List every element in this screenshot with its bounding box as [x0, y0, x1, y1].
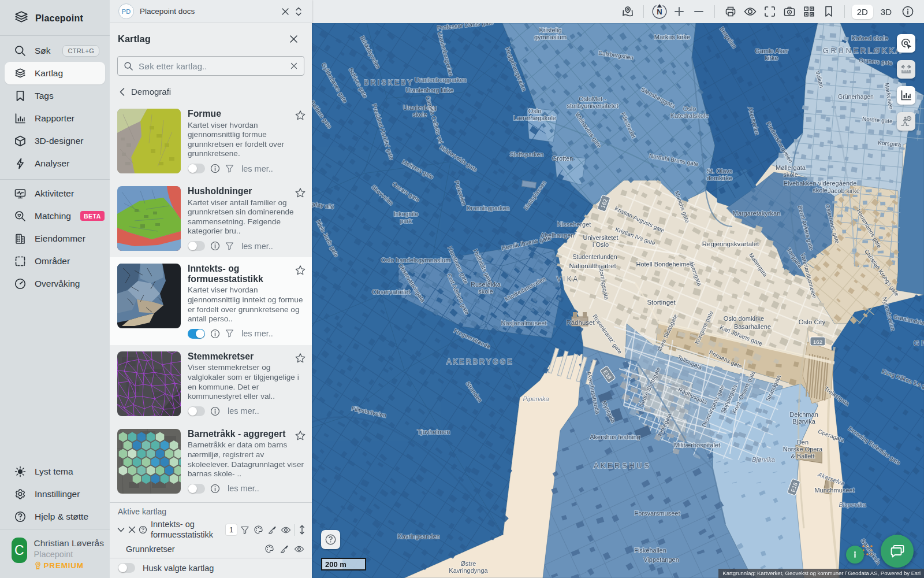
- sidebar-item-kartlag[interactable]: Kartlag: [5, 62, 105, 84]
- layer-filter-button[interactable]: [240, 525, 250, 535]
- mode-3d-button[interactable]: 3D: [875, 5, 897, 19]
- doc-expand-button[interactable]: [292, 4, 305, 19]
- remove-layer-button[interactable]: [126, 524, 137, 535]
- filter-icon[interactable]: [225, 329, 234, 338]
- layer-card[interactable]: FormueKartet viser hvordan gjennomsnittl…: [110, 102, 312, 180]
- qr-code-button[interactable]: [800, 3, 818, 20]
- chart-tool-button[interactable]: [897, 86, 915, 105]
- favorite-star-icon[interactable]: [295, 110, 306, 124]
- layer-reorder-button[interactable]: [298, 524, 306, 535]
- sidebar-item-tags[interactable]: Tags: [5, 84, 105, 107]
- locate-map-button[interactable]: [619, 3, 636, 20]
- info-icon[interactable]: [210, 164, 220, 173]
- read-more-link[interactable]: les mer..: [241, 242, 273, 251]
- favorite-star-icon[interactable]: [295, 430, 306, 444]
- sidebar-item-matching[interactable]: MatchingBETA: [5, 205, 105, 227]
- svg-text:N: N: [657, 8, 662, 16]
- zoom-in-button[interactable]: [670, 3, 688, 20]
- screenshot-button[interactable]: [781, 3, 798, 20]
- sidebar-item-label: Aktiviteter: [35, 188, 74, 199]
- chat-fab[interactable]: [881, 535, 914, 568]
- filter-icon[interactable]: [225, 164, 234, 173]
- layer-card[interactable]: Barnetråkk - aggregertBarnetråkk er data…: [110, 423, 312, 500]
- active-layer-row: Inntekts- og formuesstatistikk 1: [110, 518, 312, 543]
- minus-icon: [693, 6, 705, 17]
- sidebar-item-sok[interactable]: SøkCTRL+G: [5, 39, 105, 62]
- map-label: Stortinget: [647, 299, 676, 306]
- doc-close-button[interactable]: [278, 5, 292, 18]
- user-card[interactable]: C Christian Løverås Placepoint PREMIUM: [0, 529, 110, 578]
- avatar[interactable]: C: [12, 538, 27, 563]
- read-more-link[interactable]: les mer..: [228, 484, 259, 493]
- layer-visibility-button[interactable]: [280, 525, 292, 535]
- layer-card[interactable]: StemmekretserViser stemmekretser og valg…: [110, 345, 312, 423]
- layer-thumbnail: [117, 264, 181, 328]
- read-more-link[interactable]: les mer..: [241, 164, 273, 173]
- layer-card[interactable]: HusholdningerKartet viser antall familie…: [110, 180, 312, 257]
- doc-avatar[interactable]: PD: [118, 3, 134, 19]
- breadcrumb[interactable]: Demografi: [110, 79, 312, 102]
- sidebar-item-omrader[interactable]: Områder: [5, 250, 105, 272]
- layer-toggle[interactable]: [188, 329, 205, 339]
- sidebar-item-overvaking[interactable]: Overvåking: [5, 272, 105, 295]
- user-name: Christian Løverås: [34, 538, 104, 549]
- remember-layers-toggle[interactable]: [118, 563, 135, 573]
- map-label: B R I S K E B Y: [364, 79, 412, 87]
- compass-button[interactable]: N: [651, 3, 668, 20]
- remember-layers-label: Husk valgte kartlag: [143, 564, 214, 573]
- layer-toggle[interactable]: [188, 406, 205, 416]
- panel-close-button[interactable]: [286, 31, 301, 47]
- layer-edit-button[interactable]: [267, 525, 277, 535]
- measure-tool-button[interactable]: [897, 60, 915, 79]
- collapse-layer-button[interactable]: [116, 524, 126, 535]
- map-label: Munchmuseet: [814, 487, 854, 494]
- sidebar-item-analyser[interactable]: Analyser: [5, 152, 105, 175]
- sidebar-item-3d-designer[interactable]: 3D-designer: [5, 129, 105, 152]
- layer-card-description: Kartet viser antall familier og grunnkre…: [188, 198, 306, 236]
- sidebar-item-aktiviteter[interactable]: Aktiviteter: [5, 182, 105, 205]
- favorite-star-icon[interactable]: [295, 187, 306, 201]
- sidebar-item-rapporter[interactable]: Rapporter: [5, 107, 105, 129]
- sidebar-item-hjelp[interactable]: Hjelp & støtte: [5, 505, 105, 528]
- sidebar-item-eiendommer[interactable]: Eiendommer: [5, 227, 105, 250]
- sidebar-item-innstillinger[interactable]: Innstillinger: [5, 483, 105, 505]
- filter-icon[interactable]: [225, 242, 234, 251]
- info-icon[interactable]: [210, 329, 220, 339]
- active-layers-title: Aktive kartlag: [110, 503, 312, 518]
- map-info-button[interactable]: [899, 3, 916, 20]
- layer-toggle[interactable]: [188, 484, 205, 494]
- mode-2d-button[interactable]: 2D: [852, 5, 873, 19]
- map-info-fab[interactable]: [846, 546, 864, 564]
- fullscreen-button[interactable]: [761, 3, 778, 20]
- layer-card[interactable]: Inntekts- og formuesstatistikkKartet vis…: [110, 257, 312, 345]
- sublayer-visibility-button[interactable]: [293, 544, 305, 554]
- layer-help-button[interactable]: [137, 524, 148, 535]
- 3d-designer-icon: [14, 135, 27, 147]
- layer-toggle[interactable]: [188, 241, 205, 251]
- info-icon[interactable]: [210, 484, 220, 494]
- info-icon[interactable]: [210, 406, 220, 416]
- travel-time-tool-button[interactable]: [897, 112, 915, 131]
- read-more-link[interactable]: les mer..: [228, 406, 259, 416]
- select-tool-button[interactable]: [897, 34, 915, 53]
- matching-icon: [14, 210, 27, 223]
- zoom-out-button[interactable]: [690, 3, 707, 20]
- map-help-button[interactable]: [321, 530, 340, 549]
- visibility-button[interactable]: [742, 3, 759, 20]
- info-icon[interactable]: [210, 241, 220, 251]
- road-badge: 162: [810, 337, 825, 346]
- favorite-star-icon[interactable]: [295, 265, 306, 279]
- sidebar-item-lyst-tema[interactable]: Lyst tema: [5, 460, 105, 483]
- layer-style-button[interactable]: [253, 524, 264, 535]
- map-canvas[interactable]: B R I S K E B YG R Ü N E R L Ø K K AA K …: [312, 23, 924, 578]
- print-button[interactable]: [722, 3, 739, 20]
- bookmark-button[interactable]: [820, 3, 837, 20]
- clear-search-icon[interactable]: [290, 62, 298, 70]
- innstillinger-icon: [14, 488, 27, 501]
- read-more-link[interactable]: les mer..: [241, 329, 273, 338]
- layer-toggle[interactable]: [188, 164, 205, 173]
- sublayer-edit-button[interactable]: [279, 544, 289, 554]
- favorite-star-icon[interactable]: [295, 353, 306, 366]
- layer-search-input[interactable]: [139, 61, 290, 71]
- sublayer-style-button[interactable]: [264, 543, 275, 554]
